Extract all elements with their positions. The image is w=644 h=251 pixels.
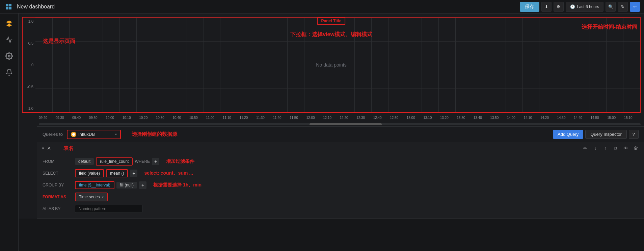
query-section: Queries to InfluxDB ▾ 选择刚创建的数据源 Add Quer… — [37, 126, 644, 219]
table-tag[interactable]: rule_time_count — [96, 157, 133, 166]
time-label-1510: 15:10 — [624, 116, 641, 120]
fill-tag[interactable]: fill (null) — [116, 182, 137, 189]
format-chevron-icon: ▾ — [102, 195, 104, 199]
scrollbar-thumb[interactable] — [310, 123, 382, 125]
move-down-button[interactable]: ↓ — [591, 144, 599, 152]
dashboard-title: New dashboard — [17, 4, 55, 10]
search-button[interactable]: 🔍 — [606, 2, 616, 12]
datasource-name: InfluxDB — [78, 132, 113, 137]
scrollbar-area — [22, 122, 641, 126]
chart-annotation-right: 选择开始时间-结束时间 — [582, 24, 637, 31]
undo-button[interactable]: ↩ — [630, 2, 640, 12]
time-range-button[interactable]: 🕐 Last 6 hours — [566, 2, 603, 12]
content-area: Panel Title 这是显示页面 下拉框：选择view模式、编辑模式 1.0… — [0, 14, 644, 219]
time-label-1020: 10:20 — [139, 116, 156, 120]
add-query-button[interactable]: Add Query — [553, 130, 583, 139]
group-by-label: GROUP BY — [43, 183, 73, 187]
alias-input[interactable] — [75, 205, 142, 213]
toggle-visibility-button[interactable]: 👁 — [622, 144, 630, 152]
top-nav-right: 保存 ⬇ ⚙ 🕐 Last 6 hours 🔍 ↻ ↩ — [520, 2, 640, 12]
clock-icon: 🕐 — [570, 4, 575, 9]
add-group-button[interactable]: + — [139, 181, 146, 189]
time-label-1430: 14:30 — [557, 116, 574, 120]
refresh-icon: ↻ — [621, 4, 624, 9]
time-label-1050: 10:50 — [189, 116, 206, 120]
svg-rect-1 — [9, 4, 11, 6]
default-tag[interactable]: default — [75, 158, 94, 165]
time-label-1140: 11:40 — [273, 116, 290, 120]
where-label: WHERE — [135, 159, 150, 164]
time-label-1110: 11:10 — [223, 116, 240, 120]
chart-section: Panel Title 这是显示页面 下拉框：选择view模式、编辑模式 1.0… — [19, 14, 644, 126]
sidebar-item-alerts[interactable] — [2, 65, 17, 80]
top-nav: New dashboard 保存 ⬇ ⚙ 🕐 Last 6 hours 🔍 ↻ … — [0, 0, 644, 14]
copy-query-button[interactable]: ⧉ — [612, 144, 620, 152]
add-select-button[interactable]: + — [130, 170, 137, 177]
delete-query-button[interactable]: 🗑 — [632, 144, 640, 152]
move-up-button[interactable]: ↑ — [601, 144, 610, 152]
queries-to-label: Queries to — [43, 132, 63, 137]
datasource-select[interactable]: InfluxDB ▾ — [67, 130, 121, 139]
field-tag[interactable]: field (value) — [75, 169, 104, 177]
sidebar — [0, 14, 19, 251]
refresh-button[interactable]: ↻ — [618, 2, 628, 12]
query-row-header: ▼ A 表名 ✏ ↓ ↑ — [37, 142, 644, 154]
no-data-text: No data points — [316, 62, 346, 68]
top-nav-left: New dashboard — [4, 2, 55, 11]
time-label-1450: 14:50 — [591, 116, 608, 120]
time-label-0940: 09:40 — [72, 116, 89, 120]
app-logo[interactable] — [4, 2, 14, 11]
time-interval-tag[interactable]: time ($__interval) — [75, 181, 114, 189]
time-label-1210: 12:10 — [323, 116, 340, 120]
time-label-0950: 09:50 — [89, 116, 106, 120]
query-row-a: ▼ A 表名 ✏ ↓ ↑ — [37, 142, 644, 219]
y-label-2: 0.5 — [23, 41, 33, 45]
table-name-annotation: 表名 — [63, 145, 74, 152]
download-button[interactable]: ⬇ — [541, 2, 552, 12]
select-ds-annotation: 选择刚创建的数据源 — [132, 131, 177, 137]
chart-annotation-center: 下拉框：选择view模式、编辑模式 — [290, 31, 372, 38]
arrow-up-icon: ↑ — [605, 146, 607, 151]
time-label-1000: 10:00 — [106, 116, 123, 120]
query-header-actions: Add Query Query Inspector ? — [553, 130, 639, 139]
time-label-1220: 12:20 — [340, 116, 357, 120]
select-row: SELECT field (value) mean () + select: c… — [43, 168, 639, 178]
scrollbar-track[interactable] — [39, 123, 641, 125]
time-label-0920: 09:20 — [39, 116, 56, 120]
time-label-1040: 10:40 — [172, 116, 189, 120]
settings-button[interactable]: ⚙ — [554, 2, 564, 12]
query-inspector-button[interactable]: Query Inspector — [585, 130, 627, 139]
format-as-select[interactable]: Time series ▾ — [75, 193, 108, 201]
format-as-value: Time series — [79, 195, 100, 199]
sidebar-item-chart[interactable] — [2, 32, 17, 47]
query-header: Queries to InfluxDB ▾ 选择刚创建的数据源 Add Quer… — [37, 127, 644, 142]
select-annotation: select: count、sum ... — [144, 170, 193, 176]
time-axis-inner: 09:20 09:30 09:40 09:50 10:00 10:10 10:2… — [39, 116, 641, 120]
save-button[interactable]: 保存 — [520, 2, 539, 12]
eye-icon: 👁 — [623, 146, 628, 151]
time-label-1410: 14:10 — [524, 116, 540, 120]
time-label-1030: 10:30 — [156, 116, 173, 120]
edit-query-button[interactable]: ✏ — [581, 144, 589, 152]
y-label-1: 1.0 — [23, 19, 33, 23]
sidebar-item-layers[interactable] — [2, 16, 17, 31]
svg-rect-2 — [6, 7, 8, 9]
add-filter-button[interactable]: + — [152, 158, 159, 165]
time-label-1310: 13:10 — [423, 116, 440, 120]
sidebar-item-settings[interactable] — [2, 49, 17, 64]
help-button[interactable]: ? — [629, 130, 639, 139]
time-label-1500: 15:00 — [607, 116, 624, 120]
time-label-1350: 13:50 — [490, 116, 507, 120]
datasource-chevron-icon: ▾ — [115, 132, 117, 136]
svg-point-4 — [8, 55, 10, 57]
svg-rect-3 — [9, 7, 11, 9]
time-label-1240: 12:40 — [373, 116, 390, 120]
mean-tag[interactable]: mean () — [106, 169, 128, 177]
collapse-button[interactable]: ▼ — [41, 146, 45, 150]
add-filter-annotation: 增加过滤条件 — [166, 158, 194, 165]
format-as-row: FORMAT AS Time series ▾ — [43, 192, 639, 202]
chart-annotation-left: 这是显示页面 — [43, 38, 75, 45]
alias-by-label: ALIAS BY — [43, 206, 73, 211]
download-icon: ⬇ — [545, 4, 548, 9]
group-by-row: GROUP BY time ($__interval) fill (null) … — [43, 180, 639, 190]
